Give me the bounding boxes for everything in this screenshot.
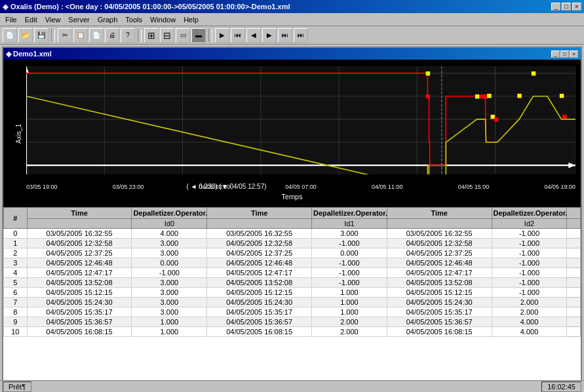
table-row: 404/05/2005 12:47:17-1.00004/05/2005 12:…: [4, 268, 581, 278]
inner-minimize-button[interactable]: _: [551, 50, 560, 58]
table-cell: 5: [4, 278, 28, 288]
table-cell: 04/05/2005 13:52:08: [207, 278, 312, 288]
grid-button[interactable]: ⊞: [144, 28, 159, 43]
x-tick-6: 04/05 15:00: [458, 184, 490, 190]
table-cell: 04/05/2005 12:37:25: [387, 248, 492, 258]
list-button[interactable]: ⊟: [160, 28, 174, 43]
table-wrapper[interactable]: # Time Depalletizer.Operator. Time Depal…: [3, 207, 581, 392]
table-cell: 2.000: [492, 298, 567, 307]
sub-header-time2: [207, 219, 312, 229]
table-cell: 04/05/2005 15:24:30: [207, 298, 312, 307]
svg-rect-28: [488, 94, 491, 98]
scroll-col: [567, 307, 581, 317]
table-cell: 3.000: [132, 248, 207, 258]
end-button[interactable]: ⏭: [294, 28, 308, 43]
sub-header-time1: [27, 219, 132, 229]
svg-rect-27: [484, 95, 487, 98]
menu-file[interactable]: File: [1, 14, 21, 25]
scrollbar-placeholder2: [567, 219, 581, 229]
close-button[interactable]: ×: [572, 3, 581, 10]
sub-header-id2: Id2: [492, 219, 567, 229]
rewind-button[interactable]: ⏮: [231, 28, 245, 43]
menu-server[interactable]: Server: [64, 14, 93, 25]
new-button[interactable]: 📄: [3, 28, 17, 43]
print-button[interactable]: 🖨: [105, 28, 119, 43]
inner-window-controls: _ □ ×: [551, 50, 578, 58]
table-cell: 04/05/2005 15:35:17: [387, 307, 492, 317]
x-tick-7: 04/05 19:00: [544, 184, 575, 190]
paste-button[interactable]: 📄: [89, 28, 104, 43]
fwd-button[interactable]: ⏭: [278, 28, 292, 43]
table-cell: 04/05/2005 16:08:15: [27, 327, 132, 337]
table-cell: 04/05/2005 15:12:15: [387, 288, 492, 298]
sub-header-id1: Id1: [311, 219, 387, 229]
step-back-button[interactable]: ◀: [246, 28, 261, 43]
sub-header-id0: Id0: [132, 219, 207, 229]
table-row: 804/05/2005 15:35:173.00004/05/2005 15:3…: [4, 307, 581, 317]
inner-window: ◈ Demo1.xml _ □ × Axis_1: [2, 47, 582, 392]
menu-edit[interactable]: Edit: [21, 14, 41, 25]
table-cell: -1.000: [492, 239, 567, 248]
view2-button[interactable]: ▬: [191, 28, 206, 43]
menu-graph[interactable]: Graph: [94, 14, 122, 25]
x-axis-label: Temps: [281, 193, 302, 201]
svg-rect-29: [491, 115, 494, 119]
table-cell: 10: [4, 327, 28, 337]
table-cell: 04/05/2005 12:37:25: [27, 248, 132, 258]
table-cell: 04/05/2005 16:08:15: [387, 327, 492, 337]
maximize-button[interactable]: □: [562, 3, 571, 10]
graph-svg: 0 1 2 3 4: [26, 66, 575, 174]
open-button[interactable]: 📂: [18, 28, 33, 43]
graph-area: Axis_1: [3, 60, 581, 207]
menu-window[interactable]: Window: [146, 14, 180, 25]
svg-rect-24: [426, 95, 429, 98]
table-cell: 3.000: [132, 239, 207, 248]
window-icon: ◈: [3, 3, 8, 11]
table-cell: 1: [4, 239, 28, 248]
cut-button[interactable]: ✂: [58, 28, 72, 43]
x-axis-ticks: 03/05 19:00 03/05 23:00 04/05 03:00 04/0…: [26, 184, 575, 190]
copy-button[interactable]: 📋: [73, 28, 88, 43]
minimize-button[interactable]: _: [551, 3, 560, 10]
svg-rect-26: [480, 95, 484, 98]
table-row: 304/05/2005 12:46:480.00004/05/2005 12:4…: [4, 258, 581, 268]
table-cell: 3.000: [132, 278, 207, 288]
table-cell: 04/05/2005 15:12:15: [207, 288, 312, 298]
view1-button[interactable]: ▭: [176, 28, 190, 43]
table-cell: -1.000: [492, 268, 567, 278]
svg-rect-32: [532, 72, 535, 75]
table-cell: 04/05/2005 15:24:30: [387, 298, 492, 307]
inner-close-button[interactable]: ×: [570, 50, 578, 58]
scroll-col: [567, 288, 581, 298]
table-row: 504/05/2005 13:52:083.00004/05/2005 13:5…: [4, 278, 581, 288]
col-header-dep1: Depalletizer.Operator.: [132, 208, 207, 219]
table-cell: 0: [4, 229, 28, 239]
inner-maximize-button[interactable]: □: [560, 50, 569, 58]
menu-view[interactable]: View: [41, 14, 65, 25]
scrollbar-placeholder: [567, 208, 581, 219]
table-cell: 04/05/2005 12:32:58: [27, 239, 132, 248]
table-cell: 04/05/2005 12:47:17: [207, 268, 312, 278]
x-tick-5: 04/05 11:00: [372, 184, 403, 190]
menu-help[interactable]: Help: [180, 14, 203, 25]
table-cell: 4.000: [492, 327, 567, 337]
table-cell: -1.000: [492, 288, 567, 298]
table-cell: 2.000: [311, 327, 387, 337]
step-fwd-button[interactable]: ▶: [262, 28, 277, 43]
play-button[interactable]: ▶: [215, 28, 229, 43]
table-cell: 4: [4, 268, 28, 278]
table-cell: 0.000: [132, 258, 207, 268]
save-button[interactable]: 💾: [34, 28, 49, 43]
table-cell: 1.000: [132, 317, 207, 327]
table-cell: 1.000: [311, 288, 387, 298]
menu-tools[interactable]: Tools: [121, 14, 146, 25]
data-table: # Time Depalletizer.Operator. Time Depal…: [3, 207, 581, 337]
table-row: 904/05/2005 15:36:571.00004/05/2005 15:3…: [4, 317, 581, 327]
table-cell: 4.000: [132, 229, 207, 239]
table-cell: 04/05/2005 12:46:48: [207, 258, 312, 268]
help-button[interactable]: ?: [121, 28, 135, 43]
table-cell: 3.000: [132, 298, 207, 307]
table-cell: 04/05/2005 12:46:48: [27, 258, 132, 268]
table-cell: -1.000: [311, 268, 387, 278]
col-header-num: #: [4, 208, 28, 229]
